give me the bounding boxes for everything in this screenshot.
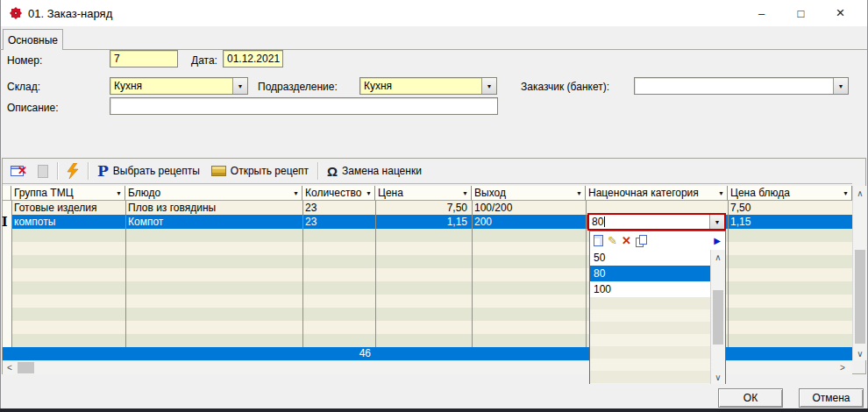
scroll-up-icon[interactable]: ∧ xyxy=(853,186,867,200)
page-icon-disabled xyxy=(38,165,48,178)
row-selector-header[interactable] xyxy=(3,186,11,201)
column-header-tsena[interactable]: Цена ▼ xyxy=(375,186,472,201)
order-dialog-window: 01. Заказ-наряд – □ × Основные Номер: 7 … xyxy=(0,0,868,412)
chevron-down-icon[interactable]: ▼ xyxy=(481,78,496,94)
scroll-up-icon[interactable]: ∧ xyxy=(711,250,725,264)
cell-vykhod[interactable]: 100/200 xyxy=(472,201,586,215)
cell-tsena-blyuda[interactable]: 7,50 xyxy=(728,201,852,215)
cell-kolichestvo[interactable]: 23 xyxy=(302,201,375,215)
empty-grid-area xyxy=(11,229,852,347)
department-combo[interactable]: Кухня ▼ xyxy=(359,77,497,95)
tab-osnovnye[interactable]: Основные xyxy=(3,29,63,50)
chevron-down-icon[interactable]: ▼ xyxy=(833,78,848,94)
column-header-blyudo[interactable]: Блюдо ▼ xyxy=(125,186,302,201)
date-label: Дата: xyxy=(191,54,217,67)
dropdown-scrollbar[interactable]: ∧ ∨ xyxy=(710,250,725,384)
dropdown-scroll-thumb[interactable] xyxy=(713,290,723,345)
delete-row-button[interactable]: ✕ xyxy=(8,160,29,181)
column-dropdown-icon[interactable]: ▼ xyxy=(366,190,372,196)
dropdown-toolbar: ✎ ✕ ▶ xyxy=(590,231,725,250)
department-label: Подразделение: xyxy=(258,81,338,93)
total-quantity: 46 xyxy=(302,347,375,360)
number-label: Номер: xyxy=(7,54,42,67)
column-dropdown-icon[interactable]: ▼ xyxy=(293,190,299,196)
tab-strip-line xyxy=(63,49,867,50)
column-header-natsenka[interactable]: Наценочная категория ▼ xyxy=(586,186,728,201)
delete-row-icon: ✕ xyxy=(11,165,26,178)
window-title: 01. Заказ-наряд xyxy=(28,7,112,20)
dropdown-item-50[interactable]: 50 xyxy=(590,250,710,266)
replace-markup-button[interactable]: Ω Замена наценки xyxy=(324,160,424,181)
maximize-button[interactable]: □ xyxy=(781,0,821,26)
new-item-icon[interactable] xyxy=(594,235,603,246)
tab-strip-line xyxy=(0,49,3,50)
copy-item-icon[interactable] xyxy=(636,235,648,247)
vertical-scroll-thumb[interactable] xyxy=(855,250,865,344)
column-dropdown-icon[interactable]: ▼ xyxy=(462,190,468,196)
dropdown-item-100[interactable]: 100 xyxy=(590,281,710,297)
customer-combo[interactable]: ▼ xyxy=(634,77,849,95)
window-bottom-border xyxy=(0,408,868,412)
cell-tsena[interactable]: 1,15 xyxy=(375,215,472,229)
cell-blyudo[interactable]: Плов из говядины xyxy=(125,201,302,215)
open-recipe-button[interactable]: Открыть рецепт xyxy=(209,160,311,181)
minimize-button[interactable]: – xyxy=(742,0,781,26)
copy-row-button[interactable] xyxy=(35,160,51,181)
grid-line xyxy=(728,201,729,360)
column-dropdown-icon[interactable]: ▼ xyxy=(576,190,582,196)
column-dropdown-icon[interactable]: ▼ xyxy=(116,190,122,196)
chevron-down-icon[interactable]: ▼ xyxy=(709,215,724,229)
column-header-vykhod[interactable]: Выход ▼ xyxy=(472,186,586,201)
horizontal-scroll-thumb[interactable] xyxy=(18,362,34,373)
column-dropdown-icon[interactable]: ▼ xyxy=(718,190,724,196)
grid-line xyxy=(472,201,473,360)
cell-tsena-blyuda[interactable]: 1,15 xyxy=(728,215,852,229)
dropdown-empty-area xyxy=(590,297,710,384)
scroll-right-icon[interactable]: > xyxy=(836,361,850,374)
cell-kolichestvo[interactable]: 23 xyxy=(302,215,375,229)
lightning-icon xyxy=(67,163,79,179)
dropdown-item-80-selected[interactable]: 80 xyxy=(590,266,710,281)
cell-vykhod[interactable]: 200 xyxy=(472,215,586,229)
minimize-icon: – xyxy=(758,7,765,20)
edit-item-icon[interactable]: ✎ xyxy=(608,235,617,246)
warehouse-combo[interactable]: Кухня ▼ xyxy=(110,77,248,95)
grid-line xyxy=(11,201,12,360)
text-caret xyxy=(604,217,605,227)
description-field[interactable] xyxy=(110,97,498,115)
date-field[interactable]: 01.12.2021 xyxy=(223,50,283,67)
chevron-down-icon[interactable]: ▼ xyxy=(232,78,247,94)
column-dropdown-icon[interactable]: ▼ xyxy=(843,190,849,196)
markup-category-editor[interactable]: 80 ▼ xyxy=(587,213,726,231)
grid-line xyxy=(586,201,587,360)
cancel-button[interactable]: Отмена xyxy=(799,388,864,408)
grid-line xyxy=(125,201,126,360)
ok-button[interactable]: ОК xyxy=(718,388,783,408)
toolbar-separator xyxy=(317,162,318,180)
more-actions-icon[interactable]: ▶ xyxy=(714,236,721,245)
column-header-gruppa-tmc[interactable]: Группа ТМЦ ▼ xyxy=(11,186,125,201)
scroll-down-icon[interactable]: ∨ xyxy=(711,370,725,384)
cell-tsena[interactable]: 7,50 xyxy=(375,201,472,215)
toolbar-separator xyxy=(88,162,89,180)
title-bar[interactable]: 01. Заказ-наряд – □ × xyxy=(1,0,867,26)
grid-line xyxy=(375,201,376,360)
number-field[interactable]: 7 xyxy=(110,50,178,67)
markup-category-dropdown: ✎ ✕ ▶ 50 80 100 ∧ ∨ xyxy=(589,231,726,384)
cell-gruppa[interactable]: Готовые изделия xyxy=(11,201,125,215)
app-icon xyxy=(9,6,23,20)
warehouse-label: Склад: xyxy=(7,81,40,93)
select-recipes-button[interactable]: P Выбрать рецепты xyxy=(95,160,203,181)
scroll-down-icon[interactable]: ∨ xyxy=(853,346,867,360)
column-header-kolichestvo[interactable]: Количество ▼ xyxy=(302,186,375,201)
recalculate-button[interactable] xyxy=(64,160,82,181)
vertical-scrollbar[interactable]: ∧ ∨ xyxy=(852,186,866,360)
scroll-left-icon[interactable]: < xyxy=(3,361,17,374)
close-button[interactable]: × xyxy=(821,0,860,26)
recipe-book-icon xyxy=(211,166,226,176)
cell-gruppa[interactable]: компоты xyxy=(11,215,125,229)
cell-blyudo[interactable]: Компот xyxy=(125,215,302,229)
column-header-tsena-blyuda[interactable]: Цена блюда ▼ xyxy=(728,186,852,201)
delete-item-icon[interactable]: ✕ xyxy=(622,235,631,246)
recipes-p-icon: P xyxy=(97,164,109,179)
